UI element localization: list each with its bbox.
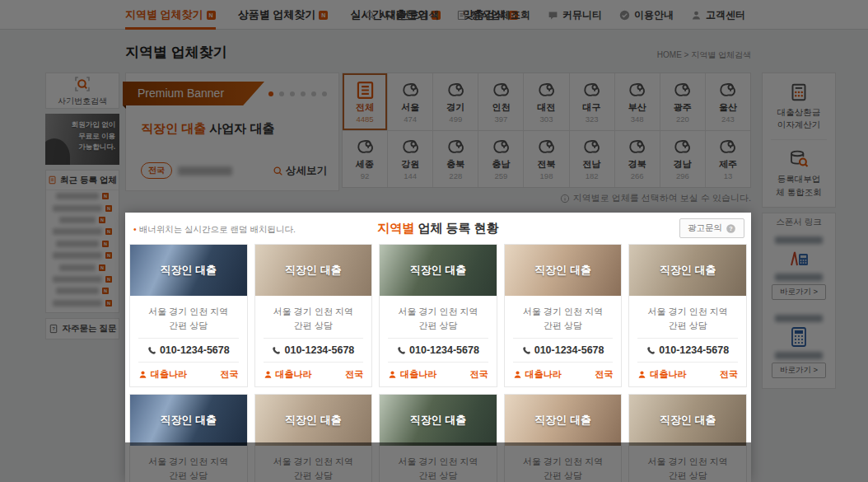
card-banner-title: 직장인 대출 <box>410 413 467 428</box>
card-banner-title: 직장인 대출 <box>534 413 591 428</box>
card-footer: 대출나라 전국 <box>380 363 497 386</box>
dim-overlay-bottom <box>0 442 868 482</box>
company-card[interactable]: 직장인 대출 서울 경기 인천 지역 간편 상담 010-1234-5678 대… <box>504 244 623 387</box>
card-banner-title: 직장인 대출 <box>534 263 591 278</box>
person-icon <box>264 370 273 379</box>
card-phone-row[interactable]: 010-1234-5678 <box>138 338 239 363</box>
phone-icon <box>397 346 406 355</box>
panel-title: 지역별 업체 등록 현황 <box>125 221 751 236</box>
card-phone-row[interactable]: 010-1234-5678 <box>513 338 614 363</box>
card-description: 서울 경기 인천 지역 간편 상담 <box>255 296 372 338</box>
phone-number: 010-1234-5678 <box>659 344 729 356</box>
card-banner-title: 직장인 대출 <box>160 263 217 278</box>
card-banner-image: 직장인 대출 <box>130 245 247 296</box>
question-circle-icon <box>726 223 736 234</box>
card-banner-image: 직장인 대출 <box>380 395 497 446</box>
card-description: 서울 경기 인천 지역 간편 상담 <box>629 296 746 338</box>
ad-inquiry-button[interactable]: 광고문의 <box>679 218 744 238</box>
company-card[interactable]: 직장인 대출 서울 경기 인천 지역 간편 상담 010-1234-5678 대… <box>628 244 747 387</box>
coverage-label: 전국 <box>345 368 363 381</box>
dim-overlay-right <box>751 213 868 442</box>
dim-overlay-left <box>0 213 125 442</box>
person-icon <box>513 370 522 379</box>
coverage-label: 전국 <box>720 368 738 381</box>
card-banner-image: 직장인 대출 <box>505 395 622 446</box>
card-footer: 대출나라 전국 <box>130 363 247 386</box>
phone-icon <box>646 346 656 355</box>
card-footer: 대출나라 전국 <box>629 363 746 386</box>
card-banner-image: 직장인 대출 <box>505 245 622 296</box>
coverage-label: 전국 <box>470 368 488 381</box>
card-banner-title: 직장인 대출 <box>660 263 716 278</box>
card-banner-title: 직장인 대출 <box>160 413 217 428</box>
company-name[interactable]: 대출나라 <box>138 368 187 381</box>
card-banner-title: 직장인 대출 <box>660 413 716 428</box>
card-banner-image: 직장인 대출 <box>629 395 746 446</box>
dim-overlay-top <box>0 0 868 213</box>
phone-number: 010-1234-5678 <box>534 344 604 356</box>
person-icon <box>388 370 397 379</box>
card-banner-title: 직장인 대출 <box>285 263 342 278</box>
card-phone-row[interactable]: 010-1234-5678 <box>264 338 364 363</box>
person-icon <box>637 370 646 379</box>
company-name[interactable]: 대출나라 <box>513 368 562 381</box>
phone-icon <box>272 346 281 355</box>
company-card[interactable]: 직장인 대출 서울 경기 인천 지역 간편 상담 010-1234-5678 대… <box>379 244 497 387</box>
phone-number: 010-1234-5678 <box>409 344 479 356</box>
company-name[interactable]: 대출나라 <box>388 368 436 381</box>
card-phone-row[interactable]: 010-1234-5678 <box>388 338 488 363</box>
card-banner-image: 직장인 대출 <box>380 245 497 296</box>
company-name[interactable]: 대출나라 <box>264 368 312 381</box>
card-banner-image: 직장인 대출 <box>255 395 372 446</box>
card-footer: 대출나라 전국 <box>255 363 372 386</box>
phone-number: 010-1234-5678 <box>160 344 230 356</box>
card-banner-image: 직장인 대출 <box>255 245 372 296</box>
card-banner-title: 직장인 대출 <box>285 413 342 428</box>
card-banner-image: 직장인 대출 <box>130 395 247 446</box>
card-description: 서울 경기 인천 지역 간편 상담 <box>130 296 247 338</box>
company-name[interactable]: 대출나라 <box>637 368 686 381</box>
card-description: 서울 경기 인천 지역 간편 상담 <box>505 296 622 338</box>
company-card[interactable]: 직장인 대출 서울 경기 인천 지역 간편 상담 010-1234-5678 대… <box>254 244 373 387</box>
phone-number: 010-1234-5678 <box>284 344 354 356</box>
coverage-label: 전국 <box>221 368 239 381</box>
person-icon <box>138 370 147 379</box>
card-banner-title: 직장인 대출 <box>410 263 467 278</box>
card-description: 서울 경기 인천 지역 간편 상담 <box>380 296 497 338</box>
card-banner-image: 직장인 대출 <box>629 245 746 296</box>
company-card[interactable]: 직장인 대출 서울 경기 인천 지역 간편 상담 010-1234-5678 대… <box>129 244 248 387</box>
phone-icon <box>522 346 531 355</box>
phone-icon <box>147 346 156 355</box>
card-footer: 대출나라 전국 <box>505 363 622 386</box>
card-phone-row[interactable]: 010-1234-5678 <box>637 338 738 363</box>
region-company-listing-panel: 배너위치는 실시간으로 랜덤 배치됩니다. 지역별 업체 등록 현황 광고문의 … <box>125 213 751 482</box>
coverage-label: 전국 <box>595 368 613 381</box>
page: 지역별 업체찾기 N 상품별 업체찾기 N 실시간 대출문의 N 맞춤검색 N <box>0 0 868 482</box>
